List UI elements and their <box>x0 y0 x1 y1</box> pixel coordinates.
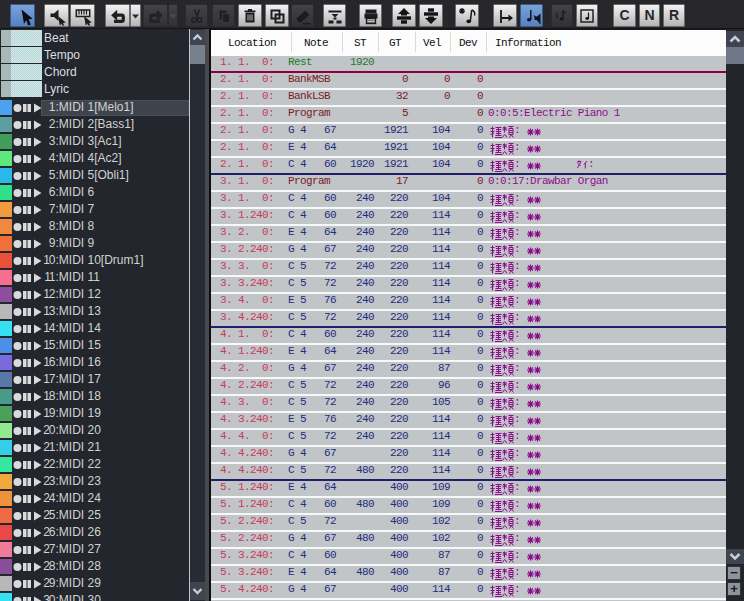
svg-text:i: i <box>556 9 559 19</box>
